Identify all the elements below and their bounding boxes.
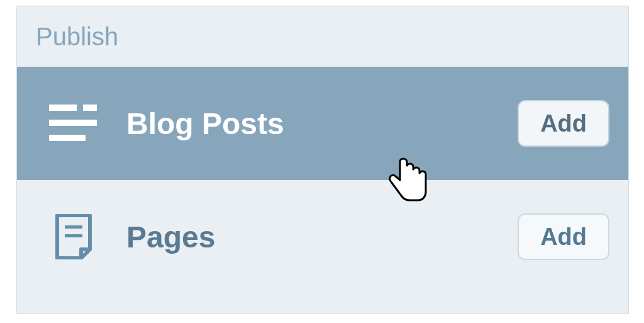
svg-rect-1	[83, 105, 97, 111]
add-page-button[interactable]: Add	[518, 213, 609, 260]
add-blog-post-button[interactable]: Add	[518, 100, 609, 147]
svg-rect-5	[65, 234, 82, 237]
pages-icon	[48, 214, 99, 259]
svg-rect-3	[49, 135, 86, 141]
publish-panel: Publish Blog Posts Add Pages Add	[16, 6, 629, 314]
svg-rect-2	[49, 120, 97, 126]
svg-rect-0	[49, 105, 77, 111]
sidebar-item-pages[interactable]: Pages Add	[17, 180, 628, 293]
blog-posts-icon	[48, 105, 99, 142]
sidebar-item-label: Blog Posts	[126, 106, 518, 141]
svg-rect-4	[65, 225, 82, 229]
sidebar-item-label: Pages	[126, 220, 518, 254]
sidebar-item-blog-posts[interactable]: Blog Posts Add	[17, 67, 628, 180]
section-title: Publish	[17, 6, 628, 67]
